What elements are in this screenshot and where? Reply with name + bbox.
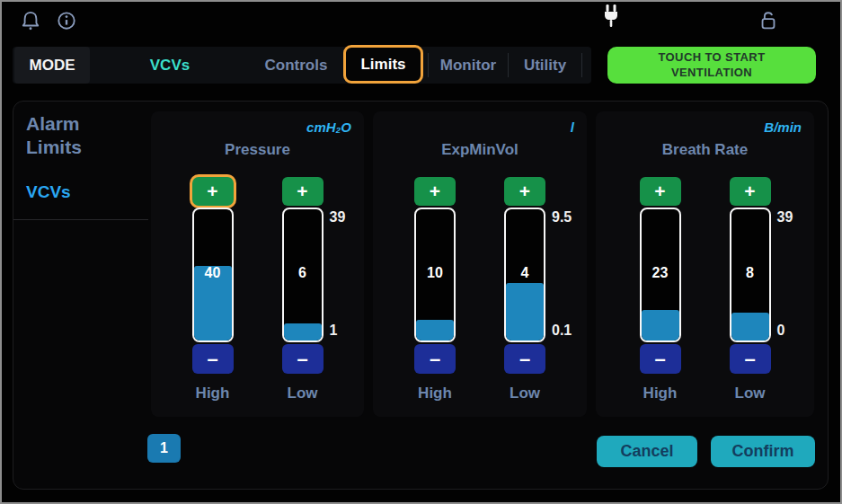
unit-label: B/min	[764, 119, 802, 135]
page-title: Alarm Limits	[26, 112, 82, 160]
slider-track[interactable]: 10	[414, 208, 456, 342]
range-min: 1	[324, 323, 361, 339]
decrement-button[interactable]: –	[640, 344, 681, 374]
alarm-limits-content: Alarm Limits VCVs cmH₂O Pressure 70 6 + …	[13, 101, 829, 490]
slider-label: Low	[735, 385, 766, 402]
increment-button[interactable]: +	[640, 177, 681, 206]
tab-vcvs[interactable]: VCVs	[90, 47, 250, 84]
increment-button[interactable]: +	[414, 177, 456, 206]
ventilator-screen: MODE VCVs Controls Limits Monitor Utilit…	[0, 0, 842, 504]
slider-fill	[284, 323, 322, 340]
slider-value: 8	[731, 265, 769, 281]
slider-label: High	[418, 385, 452, 402]
panel-title: ExpMinVol	[373, 141, 587, 159]
panel-title: Pressure	[151, 141, 364, 159]
info-icon[interactable]	[55, 7, 78, 34]
range-min: 0	[771, 323, 809, 339]
slider-fill	[416, 320, 454, 340]
slider-pressure-low: + 6 – Low	[282, 177, 324, 402]
sliders-row: 70 6 + 40 – High + 6	[151, 177, 364, 402]
slider-value: 6	[284, 265, 322, 281]
decrement-button[interactable]: –	[504, 344, 545, 374]
panel-pressure: cmH₂O Pressure 70 6 + 40 – High	[151, 111, 364, 417]
tab-limits-active[interactable]: Limits	[343, 45, 423, 84]
slider-fill	[731, 313, 769, 340]
slider-track[interactable]: 6	[282, 208, 324, 342]
decrement-button[interactable]: –	[730, 344, 771, 374]
slider-value: 4	[506, 265, 544, 281]
range-labels: 39 1	[324, 207, 361, 341]
range-min: 0.1	[545, 323, 583, 339]
panel-title: Breath Rate	[596, 141, 814, 159]
range-labels: 39 0	[771, 207, 809, 341]
tab-monitor[interactable]: Monitor	[429, 47, 508, 84]
start-ventilation-button[interactable]: TOUCH TO START VENTILATION	[607, 47, 816, 84]
slider-track[interactable]: 8	[730, 208, 771, 342]
increment-button[interactable]: +	[282, 177, 324, 206]
range-max: 39	[771, 209, 809, 225]
decrement-button[interactable]: –	[282, 344, 324, 374]
slider-label: Low	[288, 385, 318, 402]
unlocked-padlock-icon[interactable]	[757, 7, 780, 34]
increment-button[interactable]: +	[192, 177, 234, 206]
sliders-row: 50 4.5 + 10 – High + 4	[373, 177, 587, 402]
page-1-button[interactable]: 1	[147, 434, 181, 463]
tab-utility[interactable]: Utility	[509, 47, 581, 84]
slider-fill	[506, 283, 544, 340]
range-max: 39	[324, 209, 361, 225]
range-labels: 50 4.5	[377, 207, 414, 341]
decrement-button[interactable]: –	[414, 344, 456, 374]
cancel-button[interactable]: Cancel	[597, 436, 697, 467]
sliders-row: 100 1 + 23 – High + 8	[596, 177, 814, 402]
sidebar-divider	[13, 219, 148, 220]
nav-bar: MODE VCVs Controls Limits Monitor Utilit…	[13, 47, 591, 84]
start-button-line1: TOUCH TO START	[659, 50, 766, 66]
slider-label: High	[196, 385, 230, 402]
slider-value: 40	[194, 265, 232, 281]
range-max: 9.5	[545, 209, 583, 225]
tab-controls[interactable]: Controls	[250, 47, 342, 84]
increment-button[interactable]: +	[730, 177, 771, 206]
start-button-line2: VENTILATION	[671, 66, 752, 81]
unit-label: l	[571, 119, 574, 135]
slider-value: 23	[642, 265, 679, 281]
sidebar-item-vcvs[interactable]: VCVs	[26, 182, 71, 202]
slider-label: Low	[510, 385, 540, 402]
slider-track[interactable]: 4	[504, 208, 545, 342]
tab-mode[interactable]: MODE	[14, 47, 90, 84]
slider-breathrate-low: + 8 – Low	[730, 177, 771, 402]
slider-value: 10	[416, 265, 454, 281]
nav-separator	[581, 53, 582, 77]
power-plug-icon	[599, 4, 623, 31]
status-bar	[0, 0, 842, 41]
slider-pressure-high: + 40 – High	[192, 177, 234, 402]
slider-label: High	[643, 385, 678, 402]
unit-label: cmH₂O	[306, 119, 351, 135]
slider-expminvol-high: + 10 – High	[414, 177, 456, 402]
slider-track[interactable]: 23	[640, 208, 681, 342]
range-labels: 9.5 0.1	[545, 207, 583, 341]
slider-expminvol-low: + 4 – Low	[504, 177, 545, 402]
range-labels: 100 1	[602, 207, 640, 341]
slider-track[interactable]: 40	[192, 208, 234, 342]
slider-breathrate-high: + 23 – High	[640, 177, 681, 402]
decrement-button[interactable]: –	[192, 344, 234, 374]
alarm-bell-icon[interactable]	[19, 7, 42, 34]
increment-button[interactable]: +	[504, 177, 545, 206]
confirm-button[interactable]: Confirm	[711, 436, 815, 467]
range-labels: 70 6	[155, 207, 192, 341]
panel-expminvol: l ExpMinVol 50 4.5 + 10 – High	[373, 111, 587, 417]
panel-breath-rate: B/min Breath Rate 100 1 + 23 – High	[596, 111, 814, 417]
slider-fill	[642, 310, 679, 340]
